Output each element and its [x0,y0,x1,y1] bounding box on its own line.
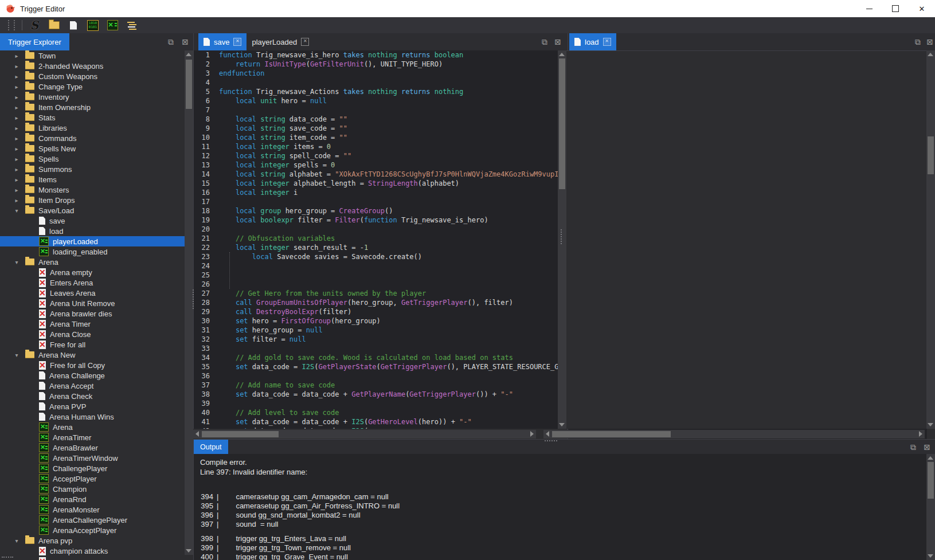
code-line[interactable]: 13 local integer spells = 0 [194,160,559,170]
scrollbar-thumb[interactable] [928,136,934,174]
code-line[interactable]: 26 [194,280,559,289]
tree-item[interactable] [0,556,185,560]
code-line[interactable]: 33 [194,344,559,353]
chevron-down-icon[interactable]: ▾ [13,259,21,265]
minimize-button[interactable] [856,0,882,17]
close-tab-icon[interactable]: ✕ [603,38,611,46]
editor-tab[interactable]: load✕ [569,33,616,50]
code-line[interactable]: 39 [194,399,559,408]
code-line[interactable]: 7 [194,105,559,115]
close-panel-icon[interactable]: ⊠ [926,38,933,46]
tree-item[interactable]: champion attacks [0,546,185,556]
tree-item[interactable]: ▸Monsters [0,185,185,195]
tree-item[interactable]: ArenaAcceptPlayer [0,525,185,535]
tree-item[interactable]: Arena Close [0,329,185,339]
tree-item[interactable]: ArenaChallengePlayer [0,515,185,525]
tree-item[interactable]: ArenaTimerWindow [0,453,185,463]
tree-item[interactable]: ArenaTimer [0,432,185,442]
tree[interactable]: ▸Town▸2-handed Weapons▸Custom Weapons▸Ch… [0,50,185,560]
tree-item[interactable]: ArenaBrawler [0,442,185,453]
tree-item[interactable]: load [0,226,185,236]
binary-data-button[interactable]: 10100101 [87,19,99,32]
splitter-grip[interactable] [561,229,563,244]
tree-item[interactable]: ▸Item Ownership [0,102,185,112]
code-line[interactable]: 24 [194,261,559,271]
tree-item[interactable]: ArenaRnd [0,494,185,504]
code-line[interactable]: 19 local boolexpr filter = Filter(functi… [194,216,559,225]
code-line[interactable]: 11 local integer items = 0 [194,142,559,151]
code-line[interactable]: 29 call DestroyBoolExpr(filter) [194,307,559,316]
splitter-grip[interactable] [193,289,195,309]
tree-item[interactable]: ChallengePlayer [0,463,185,473]
tree-item[interactable]: save [0,216,185,226]
output-scrollbar[interactable] [926,454,935,560]
toolbar-grip[interactable] [8,20,15,30]
code-line[interactable]: 41 set data_code = data_code + I2S(GetHe… [194,417,559,426]
code-line[interactable]: 21 // Obfuscation variables [194,234,559,243]
code-line[interactable]: 32 set filter = null [194,335,559,344]
code-line[interactable]: 28 call GroupEnumUnitsOfPlayer(hero_grou… [194,298,559,307]
editor-tab[interactable]: save✕ [198,33,247,50]
tree-item[interactable]: Arena brawler dies [0,308,185,319]
explorer-title-tab[interactable]: Trigger Explorer [0,33,69,50]
tree-item[interactable]: ▸Commands [0,133,185,143]
tree-item[interactable]: ▸Inventory [0,92,185,102]
tree-item[interactable]: ▾Save/Load [0,205,185,216]
tree-item[interactable]: Arena Check [0,391,185,401]
chevron-right-icon[interactable]: ▸ [13,94,21,100]
script-scroll-icon[interactable]: S [28,19,41,32]
chevron-right-icon[interactable]: ▸ [13,84,21,90]
custom-script-button[interactable] [106,19,119,32]
code-line[interactable]: 40 // Add level to save code [194,408,559,417]
tree-item[interactable]: loading_enabled [0,246,185,257]
tree-item[interactable]: ▸Spells New [0,143,185,154]
code-line[interactable]: 35 set data_code = I2S(GetPlayerState(Ge… [194,362,559,371]
tree-item[interactable]: ▸Town [0,50,185,61]
tree-item[interactable]: Free for all [0,339,185,350]
close-tab-icon[interactable]: ✕ [233,38,241,46]
tree-item[interactable]: ▸Stats [0,112,185,123]
tree-item[interactable]: Arena empty [0,267,185,277]
code-line[interactable]: 9 local string save_code = "" [194,124,559,133]
close-tab-icon[interactable]: ✕ [301,38,309,46]
close-button[interactable]: ✕ [909,0,935,17]
code-line[interactable]: 30 set hero = FirstOfGroup(hero_group) [194,316,559,326]
code-line[interactable]: 6 local unit hero = null [194,96,559,105]
float-panel-icon[interactable]: ⧉ [542,38,547,46]
tree-item[interactable]: ▸2-handed Weapons [0,61,185,71]
close-panel-icon[interactable]: ⊠ [924,443,930,451]
tree-item[interactable]: Arena Unit Remove [0,298,185,308]
tree-item[interactable]: Enters Arena [0,277,185,288]
chevron-right-icon[interactable]: ▸ [13,63,21,69]
code-line[interactable]: 10 local string item_code = "" [194,133,559,142]
chevron-right-icon[interactable]: ▸ [13,125,21,131]
tree-item[interactable]: ▸Libraries [0,123,185,133]
chevron-right-icon[interactable]: ▸ [13,166,21,173]
tree-item[interactable]: ▾Arena New [0,350,185,360]
tree-item[interactable]: ▸Change Type [0,81,185,92]
new-trigger-button[interactable] [67,19,80,32]
chevron-right-icon[interactable]: ▸ [13,177,21,183]
code-line[interactable]: 22 local integer search_result = -1 [194,243,559,252]
scrollbar-thumb[interactable] [552,431,671,437]
chevron-down-icon[interactable]: ▾ [13,538,21,544]
code-line[interactable]: 1function Trig_newsave_is_hero takes not… [194,50,559,60]
chevron-right-icon[interactable]: ▸ [13,53,21,59]
tree-item[interactable]: Leaves Arena [0,288,185,298]
tree-item[interactable]: Arena Accept [0,381,185,391]
code-line[interactable]: 42 set data_code = data_code + I2S( [194,426,559,429]
float-panel-icon[interactable]: ⧉ [910,443,916,451]
tree-item[interactable]: playerLoaded [0,236,185,246]
tree-item[interactable]: ▸Items [0,174,185,185]
tree-item[interactable]: Arena PVP [0,401,185,412]
code-line[interactable]: 34 // Add gold to save code. Wood is cal… [194,353,559,362]
editor-hscrollbar[interactable] [193,430,536,438]
chevron-down-icon[interactable]: ▾ [13,352,21,358]
chevron-right-icon[interactable]: ▸ [13,135,21,142]
code-line[interactable]: 31 set hero_group = null [194,326,559,335]
code-line[interactable]: 38 set data_code = data_code + GetPlayer… [194,390,559,399]
tree-item[interactable]: ▸Spells [0,154,185,164]
float-panel-icon[interactable]: ⧉ [915,38,921,46]
tree-item[interactable]: Free for all Copy [0,360,185,370]
tree-item[interactable]: Champion [0,484,185,494]
